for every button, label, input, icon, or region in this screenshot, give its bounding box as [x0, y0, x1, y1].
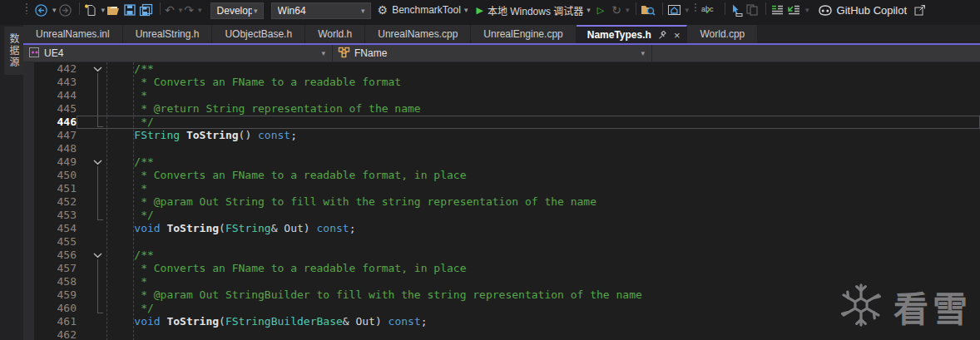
- code-text[interactable]: /**: [108, 155, 980, 169]
- code-text[interactable]: * Converts an FName to a readable format…: [108, 169, 980, 182]
- fold-collapse-button[interactable]: [77, 155, 108, 169]
- tab-unrealnames-inl[interactable]: UnrealNames.inl: [23, 25, 123, 43]
- code-text[interactable]: [108, 235, 980, 249]
- solution-platform-value: Win64: [278, 5, 306, 17]
- gear-icon: ⚙: [378, 2, 389, 17]
- toolbar-grip[interactable]: [25, 2, 29, 14]
- class-icon: [338, 47, 350, 61]
- navigate-back-button[interactable]: [34, 2, 48, 17]
- toolbar-grip[interactable]: [694, 2, 698, 12]
- fold-margin: [77, 195, 108, 209]
- spell-checker-button[interactable]: abc ✓: [701, 2, 718, 16]
- code-line-445: 445 * @return String representation of t…: [23, 102, 980, 116]
- toolbar-overflow-dropdown[interactable]: ▾: [805, 2, 809, 17]
- chevron-down-icon: [93, 253, 102, 259]
- copy-button[interactable]: [745, 2, 759, 17]
- new-file-dropdown[interactable]: ▾: [101, 2, 106, 17]
- code-text[interactable]: void ToString(FString& Out) const;: [108, 222, 980, 235]
- solution-configuration-combobox[interactable]: Develop ▾: [210, 2, 264, 19]
- new-file-button[interactable]: [84, 2, 97, 17]
- share-icon[interactable]: [913, 2, 927, 17]
- github-copilot-button[interactable]: GitHub Copilot: [837, 2, 908, 17]
- code-text[interactable]: /**: [108, 249, 980, 262]
- start-debugging-dropdown[interactable]: ▾: [587, 2, 591, 17]
- tab-unrealstring-h[interactable]: UnrealString.h: [123, 25, 213, 43]
- code-text[interactable]: [108, 142, 980, 155]
- navigate-forward-button[interactable]: [58, 2, 72, 17]
- find-in-files-button[interactable]: [641, 2, 656, 17]
- undo-dropdown[interactable]: ▾: [179, 2, 183, 17]
- tab-uobjectbase-h[interactable]: UObjectBase.h: [212, 25, 305, 43]
- code-text[interactable]: */: [108, 116, 980, 129]
- fold-margin: [77, 275, 108, 288]
- solution-platform-combobox[interactable]: Win64 ▾: [271, 2, 371, 19]
- hot-reload-dropdown[interactable]: ▾: [626, 2, 630, 17]
- tab-unrealengine-cpp[interactable]: UnrealEngine.cpp: [471, 25, 576, 43]
- hot-reload-button[interactable]: ↻: [611, 2, 621, 17]
- code-text[interactable]: *: [108, 89, 980, 102]
- pin-icon[interactable]: [658, 31, 667, 40]
- code-text[interactable]: * @return String representation of the n…: [108, 102, 980, 116]
- navigate-to-cursor-button[interactable]: [730, 2, 743, 17]
- redo-button[interactable]: ↷: [184, 2, 194, 17]
- project-scope-combobox[interactable]: UE4 ▾: [23, 45, 333, 62]
- code-editor[interactable]: 442 /**443 * Converts an FName to a read…: [23, 62, 980, 340]
- list-green-bars-icon[interactable]: [770, 2, 784, 17]
- code-line-449: 449 /**: [23, 155, 980, 169]
- line-number: 451: [23, 182, 77, 195]
- tab-unrealnames-cpp[interactable]: UnrealNames.cpp: [365, 25, 471, 43]
- redo-dropdown[interactable]: ▾: [198, 2, 202, 17]
- tab-label: UnrealNames.inl: [36, 28, 110, 40]
- code-line-457: 457 * Converts an FName to a readable fo…: [23, 262, 980, 275]
- line-number: 444: [23, 89, 77, 102]
- code-text[interactable]: /**: [108, 62, 980, 76]
- line-number: 457: [23, 262, 77, 275]
- toolbar-separator: [725, 2, 725, 15]
- tab-world-h[interactable]: World.h: [305, 25, 365, 43]
- start-without-debugging-button[interactable]: ▷: [597, 2, 604, 17]
- start-debugging-icon: ▶: [476, 2, 483, 17]
- fold-collapse-button[interactable]: [77, 62, 108, 76]
- solution-configuration-value: Develop: [217, 5, 252, 17]
- line-number: 458: [23, 275, 77, 288]
- line-number: 447: [23, 129, 77, 142]
- fold-margin: [77, 129, 108, 142]
- code-text[interactable]: */: [108, 209, 980, 222]
- line-number: 462: [23, 328, 77, 340]
- code-line-461: 461 void ToString(FStringBuilderBase& Ou…: [23, 315, 980, 328]
- code-text[interactable]: FString ToString() const;: [108, 129, 980, 142]
- startup-project-button[interactable]: BenchmarkTool: [392, 2, 461, 17]
- save-all-button[interactable]: [139, 2, 153, 17]
- tab-world-cpp[interactable]: World.cpp: [687, 25, 758, 43]
- indent-guide: [133, 62, 134, 340]
- line-number: 452: [23, 195, 77, 209]
- code-text[interactable]: * Converts an FName to a readable format: [108, 76, 980, 89]
- code-text[interactable]: *: [108, 182, 980, 195]
- tab-label: World.cpp: [700, 28, 745, 40]
- home-window-button[interactable]: [667, 2, 681, 17]
- save-button[interactable]: [123, 2, 136, 17]
- code-line-456: 456 /**: [23, 249, 980, 262]
- tab-label: UnrealString.h: [136, 28, 200, 40]
- list-green-arrow-icon[interactable]: [787, 2, 801, 17]
- type-member-combobox[interactable]: FName ▾: [333, 45, 652, 62]
- navigate-back-dropdown[interactable]: ▾: [52, 2, 57, 17]
- close-icon[interactable]: ×: [674, 29, 681, 42]
- start-debugging-button[interactable]: 本地 Windows 调试器: [488, 2, 583, 17]
- home-window-dropdown[interactable]: ▾: [686, 2, 690, 17]
- fold-collapse-button[interactable]: [77, 249, 108, 262]
- startup-project-dropdown[interactable]: ▾: [464, 2, 468, 17]
- main-toolbar: ▾ ▾ ↶ ▾ ↷ ▾ Develop ▾ Win64 ▾ ⚙: [0, 0, 980, 25]
- tab-nametypes-h[interactable]: NameTypes.h×: [577, 25, 688, 43]
- fold-margin: [77, 302, 108, 315]
- project-scope-value: UE4: [44, 47, 321, 59]
- toolbar-separator: [636, 2, 636, 15]
- undo-button[interactable]: ↶: [165, 2, 175, 17]
- code-line-462: 462: [23, 328, 980, 340]
- data-sources-vertical-tab[interactable]: 数据源: [4, 27, 23, 75]
- open-file-button[interactable]: [106, 2, 121, 17]
- code-text[interactable]: * Converts an FName to a readable format…: [108, 262, 980, 275]
- toolbar-separator: [160, 2, 161, 15]
- code-line-455: 455: [23, 235, 980, 249]
- code-text[interactable]: * @param Out String to fill with the str…: [108, 195, 980, 209]
